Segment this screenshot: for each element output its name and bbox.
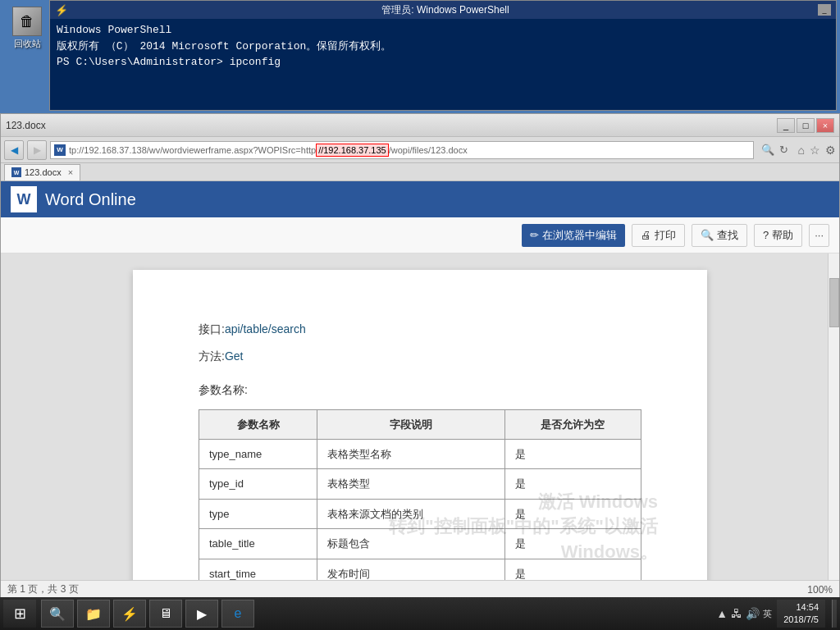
status-bar: 第 1 页，共 3 页 100% [1, 580, 839, 598]
taskbar-cmd-btn[interactable]: ▶ [185, 600, 218, 628]
address-bar[interactable]: W tp://192.168.37.138/wv/wordviewerframe… [50, 141, 754, 159]
word-logo-letter: W [17, 191, 31, 208]
powershell-controls: _ [818, 4, 831, 16]
ps-line3: PS C:\Users\Administrator> ipconfig [57, 54, 829, 71]
address-favicon: W [54, 144, 66, 156]
edit-btn-label: 在浏览器中编辑 [542, 228, 617, 243]
table-row: type_id表格类型是 [199, 469, 641, 499]
table-row: start_time发布时间是 [199, 559, 641, 580]
refresh-icon[interactable]: ↻ [777, 143, 792, 158]
browser-forward-btn[interactable]: ▶ [27, 140, 47, 160]
ps-line2: 版权所有 （C） 2014 Microsoft Corporation。保留所有… [57, 39, 829, 55]
taskbar-search-icon: 🔍 [49, 606, 66, 622]
browser-navbar: ◀ ▶ W tp://192.168.37.138/wv/wordviewerf… [1, 137, 839, 163]
table-cell-4-0: start_time [199, 559, 317, 580]
table-cell-1-2: 是 [504, 469, 641, 499]
address-highlight: //192.168.37.135 [316, 144, 389, 157]
browser-controls: _ □ × [777, 118, 834, 133]
browser-window: 123.docx _ □ × ◀ ▶ W tp://192.168.37.138… [0, 113, 840, 599]
doc-table: 参数名称 字段说明 是否允许为空 type_name表格类型名称是type_id… [199, 409, 641, 580]
star-icon[interactable]: ☆ [810, 144, 820, 157]
taskbar-ie-btn[interactable]: e [221, 600, 254, 628]
table-cell-3-0: table_title [199, 529, 317, 559]
start-button[interactable]: ⊞ [3, 600, 36, 628]
windows-icon: ⊞ [14, 605, 26, 623]
table-cell-3-1: 标题包含 [317, 529, 505, 559]
ps-minimize-btn[interactable]: _ [818, 4, 831, 16]
table-row: table_title标题包含是 [199, 529, 641, 559]
recycle-bin-icon[interactable]: 🗑 回收站 [7, 7, 48, 52]
edit-in-browser-btn[interactable]: ✏ 在浏览器中编辑 [522, 224, 625, 247]
taskbar-explorer-icon: 📁 [85, 606, 102, 622]
help-icon: ? [763, 229, 769, 241]
powershell-title: 管理员: Windows PowerShell [73, 3, 818, 17]
settings-icon[interactable]: ⚙ [825, 144, 836, 157]
taskbar-explorer-btn[interactable]: 📁 [77, 600, 110, 628]
taskbar-search-btn[interactable]: 🔍 [41, 600, 74, 628]
address-bar-icons: 🔍 ↻ [760, 143, 792, 158]
find-btn-label: 查找 [717, 228, 738, 243]
doc-content: 接口:api/table/search 方法:Get 参数名称: 参数名称 字段… [199, 319, 641, 580]
taskbar-server-btn[interactable]: 🖥 [149, 600, 182, 628]
table-cell-1-1: 表格类型 [317, 469, 505, 499]
nav-icons: ⌂ ☆ ⚙ [798, 144, 836, 157]
search-icon[interactable]: 🔍 [760, 143, 775, 158]
table-cell-4-1: 发布时间 [317, 559, 505, 580]
address-suffix: /wopi/files/123.docx [389, 145, 468, 155]
tray-input-icon: 英 [763, 608, 772, 620]
doc-scrollbar[interactable] [828, 253, 839, 580]
table-cell-2-0: type [199, 499, 317, 528]
taskbar: ⊞ 🔍 📁 ⚡ 🖥 ▶ e ▲ 🖧 🔊 英 14:54 2018/7/5 [0, 597, 840, 630]
more-btn[interactable]: ··· [809, 224, 829, 247]
find-btn[interactable]: 🔍 查找 [692, 224, 747, 247]
table-cell-4-2: 是 [504, 559, 641, 580]
page-info: 第 1 页，共 3 页 [7, 582, 79, 596]
taskbar-tray: ▲ 🖧 🔊 英 [716, 607, 772, 620]
method-label: 方法: [199, 349, 225, 363]
more-btn-label: ··· [815, 229, 824, 241]
taskbar-server-icon: 🖥 [159, 606, 172, 621]
doc-interface-line: 接口:api/table/search [199, 319, 641, 340]
help-btn-label: 帮助 [772, 228, 793, 243]
table-row: type表格来源文档的类别是 [199, 499, 641, 528]
browser-titlebar: 123.docx _ □ × [1, 114, 839, 137]
show-desktop-btn[interactable] [832, 600, 837, 628]
taskbar-ps-btn[interactable]: ⚡ [113, 600, 146, 628]
find-icon: 🔍 [701, 229, 714, 241]
ps-line1: Windows PowerShell [57, 22, 829, 39]
word-header: W Word Online [1, 181, 839, 217]
browser-minimize-btn[interactable]: _ [777, 118, 795, 133]
home-icon[interactable]: ⌂ [798, 144, 805, 157]
doc-scrollbar-thumb[interactable] [829, 278, 839, 327]
word-logo: W [11, 186, 37, 212]
powershell-body: Windows PowerShell 版权所有 （C） 2014 Microso… [50, 19, 836, 74]
table-cell-0-0: type_name [199, 439, 317, 468]
tray-speaker-icon: 🔊 [746, 607, 760, 620]
browser-close-btn[interactable]: × [816, 118, 834, 133]
recycle-bin-label: 回收站 [14, 38, 41, 50]
doc-area: 接口:api/table/search 方法:Get 参数名称: 参数名称 字段… [1, 253, 839, 580]
table-cell-0-1: 表格类型名称 [317, 439, 505, 468]
doc-method-line: 方法:Get [199, 346, 641, 367]
help-btn[interactable]: ? 帮助 [754, 224, 802, 247]
taskbar-cmd-icon: ▶ [197, 606, 207, 622]
browser-back-btn[interactable]: ◀ [4, 140, 24, 160]
tab-close-btn[interactable]: × [68, 167, 73, 177]
tray-arrow[interactable]: ▲ [716, 607, 728, 620]
table-cell-1-0: type_id [199, 469, 317, 499]
method-value: Get [225, 349, 244, 363]
print-btn[interactable]: 🖨 打印 [632, 224, 685, 247]
doc-params-title: 参数名称: [199, 380, 641, 400]
browser-maximize-btn[interactable]: □ [797, 118, 815, 133]
table-cell-3-2: 是 [504, 529, 641, 559]
tray-network-icon: 🖧 [731, 607, 742, 620]
table-cell-2-1: 表格来源文档的类别 [317, 499, 505, 528]
table-header-1: 字段说明 [317, 409, 505, 439]
print-btn-label: 打印 [655, 228, 676, 243]
edit-pencil-icon: ✏ [530, 229, 539, 241]
tab-item[interactable]: W 123.docx × [4, 164, 80, 180]
address-prefix: tp://192.168.37.138/wv/wordviewerframe.a… [69, 145, 316, 155]
taskbar-clock[interactable]: 14:54 2018/7/5 [777, 600, 825, 628]
table-cell-0-2: 是 [504, 439, 641, 468]
powershell-titlebar: ⚡ 管理员: Windows PowerShell _ [50, 1, 836, 19]
